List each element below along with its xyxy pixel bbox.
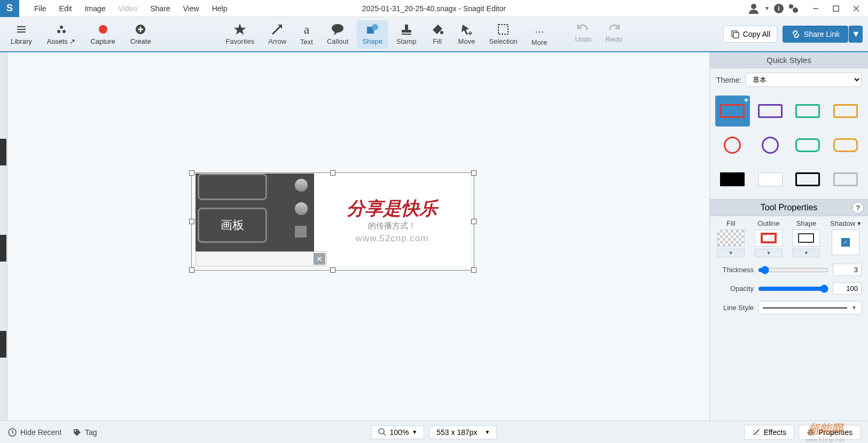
svg-point-43	[757, 434, 758, 435]
capture-icon	[97, 23, 110, 36]
toolbar-right: Copy All Share Link ▼	[723, 26, 863, 43]
left-gutter[interactable]	[0, 52, 7, 421]
theme-label: Theme:	[716, 76, 741, 84]
theme-row: Theme: 基本	[710, 68, 868, 91]
svg-marker-21	[334, 31, 338, 35]
style-fill-white[interactable]	[753, 164, 788, 195]
menu-help[interactable]: Help	[206, 1, 234, 16]
handle-s[interactable]	[330, 267, 335, 273]
tool-text[interactable]: aText	[295, 20, 318, 49]
handle-e[interactable]	[471, 219, 476, 224]
style-rrect-orange[interactable]	[828, 130, 863, 161]
hide-recent-button[interactable]: Hide Recent	[7, 428, 61, 437]
fill-swatch[interactable]	[717, 230, 745, 247]
zoom-icon	[378, 428, 387, 437]
svg-rect-25	[402, 30, 411, 33]
image-right-panel: 分享是快乐 的传播方式！ www.52cnp.com	[314, 173, 470, 266]
tool-fill[interactable]: Fill	[425, 20, 450, 49]
style-rect-black[interactable]	[791, 164, 825, 195]
tool-move[interactable]: ✥Move	[453, 20, 481, 49]
handle-sw[interactable]	[189, 267, 194, 273]
capture-button[interactable]: Capture	[85, 21, 120, 48]
style-fill-black[interactable]	[715, 164, 750, 195]
style-rect-gray[interactable]	[828, 164, 863, 195]
shadow-grid[interactable]: ✓	[832, 230, 859, 255]
menu-share[interactable]: Share	[144, 1, 176, 16]
handle-ne[interactable]	[471, 170, 476, 176]
thumbnail-hints	[0, 139, 7, 358]
caret-down-icon[interactable]: ▼	[764, 5, 770, 11]
tag-button[interactable]: Tag	[72, 428, 97, 437]
menu-file[interactable]: File	[28, 1, 53, 16]
menu-image[interactable]: Image	[79, 1, 112, 16]
tool-properties-header: Tool Properties ?	[710, 199, 868, 216]
style-rect-purple[interactable]	[753, 96, 788, 126]
menu-view[interactable]: View	[177, 1, 206, 16]
style-rect-teal[interactable]	[791, 96, 825, 126]
star-icon	[233, 22, 247, 36]
style-rect-orange[interactable]	[828, 96, 863, 126]
style-rect-red[interactable]: ★	[715, 96, 750, 126]
handle-se[interactable]	[471, 267, 476, 273]
close-icon[interactable]: ✕	[314, 253, 325, 265]
svg-point-38	[379, 429, 384, 434]
opacity-value[interactable]: 100	[833, 282, 862, 295]
notifications-icon[interactable]	[788, 3, 799, 14]
tool-more[interactable]: ⋯More	[526, 20, 553, 49]
info-icon[interactable]: i	[774, 4, 784, 13]
style-circle-red[interactable]	[715, 130, 750, 161]
outline-dropdown[interactable]: ▼	[755, 249, 783, 257]
tool-callout[interactable]: Callout	[322, 20, 354, 49]
callout-icon	[331, 22, 345, 36]
tool-stamp[interactable]: Stamp	[391, 20, 422, 49]
share-link-button[interactable]: Share Link	[783, 26, 848, 43]
undo-icon	[576, 22, 590, 34]
help-button[interactable]: ?	[852, 202, 864, 213]
opacity-slider[interactable]	[758, 284, 828, 293]
outline-swatch[interactable]	[755, 230, 783, 247]
shape-icon	[365, 22, 379, 36]
shape-dropdown[interactable]: ▼	[792, 249, 820, 257]
tool-selection[interactable]: Selection	[483, 20, 522, 49]
tool-favorites[interactable]: Favorites	[221, 20, 260, 49]
image-footer-bar: ✕	[196, 251, 327, 266]
linestyle-select[interactable]: ▼	[758, 301, 862, 314]
user-icon[interactable]	[747, 2, 760, 15]
style-rrect-teal[interactable]	[791, 130, 825, 161]
minimize-button[interactable]	[808, 1, 823, 16]
arrow-icon	[270, 22, 284, 36]
svg-point-10	[60, 26, 63, 29]
canvas[interactable]: 画板 分享是快乐 的传播方式！ www.52cnp.com ✕	[7, 52, 709, 421]
svg-rect-33	[733, 33, 739, 38]
dimensions-display[interactable]: 553 x 187px ▼	[429, 425, 497, 439]
tool-arrow[interactable]: Arrow	[263, 20, 292, 49]
close-button[interactable]	[849, 1, 864, 16]
handle-n[interactable]	[330, 170, 335, 176]
thickness-value[interactable]: 3	[833, 264, 862, 276]
thickness-slider[interactable]	[758, 266, 828, 274]
menu-edit[interactable]: Edit	[53, 1, 79, 16]
tool-shape[interactable]: Shape	[357, 20, 388, 49]
shape-swatch[interactable]	[792, 230, 820, 247]
copy-all-button[interactable]: Copy All	[723, 26, 777, 43]
svg-point-13	[99, 25, 107, 34]
svg-point-12	[62, 30, 66, 33]
maximize-button[interactable]	[828, 1, 843, 16]
assets-button[interactable]: Assets ↗	[42, 21, 81, 48]
library-button[interactable]: Library	[5, 21, 37, 48]
effects-button[interactable]: Effects	[744, 425, 795, 440]
properties-button[interactable]: Properties	[799, 425, 861, 440]
svg-rect-31	[498, 25, 508, 34]
theme-select[interactable]: 基本	[746, 73, 862, 87]
redo-button[interactable]: Redo	[600, 20, 628, 49]
share-dropdown[interactable]: ▼	[849, 26, 863, 43]
create-button[interactable]: Create	[125, 21, 157, 48]
selected-image[interactable]: 画板 分享是快乐 的传播方式！ www.52cnp.com ✕	[189, 170, 476, 273]
fill-dropdown[interactable]: ▼	[717, 249, 745, 257]
handle-w[interactable]	[189, 219, 194, 224]
undo-button[interactable]: Undo	[569, 20, 597, 49]
svg-point-44	[809, 431, 812, 434]
zoom-control[interactable]: 100% ▼	[371, 425, 425, 439]
handle-nw[interactable]	[189, 170, 194, 176]
style-circle-purple[interactable]	[753, 130, 788, 161]
